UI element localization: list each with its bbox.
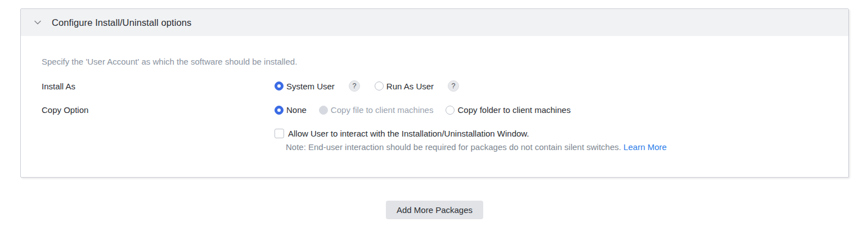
interaction-note: Note: End-user interaction should be req… (286, 142, 848, 152)
panel-title: Configure Install/Uninstall options (52, 17, 191, 28)
radio-option-copy-folder[interactable]: Copy folder to client machines (446, 105, 570, 115)
chevron-down-icon[interactable] (32, 17, 43, 28)
checkbox-unchecked-icon[interactable] (275, 129, 284, 138)
radio-selected-icon[interactable] (275, 81, 284, 90)
copy-option-label: Copy Option (42, 105, 275, 115)
install-as-controls: System User ? Run As User ? (275, 80, 459, 92)
page: Configure Install/Uninstall options Spec… (0, 0, 868, 219)
copy-option-controls: None Copy file to client machines Copy f… (275, 105, 570, 115)
radio-option-system-user[interactable]: System User (275, 81, 335, 91)
help-icon[interactable]: ? (349, 80, 360, 92)
radio-option-label: Copy folder to client machines (457, 105, 570, 115)
panel-header[interactable]: Configure Install/Uninstall options (21, 9, 848, 36)
radio-option-label: Copy file to client machines (331, 105, 434, 115)
radio-option-run-as-user[interactable]: Run As User (375, 81, 434, 91)
note-text: Note: End-user interaction should be req… (286, 142, 621, 152)
allow-user-interaction-checkbox[interactable]: Allow User to interact with the Installa… (275, 129, 848, 138)
learn-more-link[interactable]: Learn More (623, 142, 667, 152)
install-as-label: Install As (42, 81, 275, 91)
copy-option-row: Copy Option None Copy file to client mac… (42, 105, 848, 115)
radio-unselected-icon[interactable] (446, 106, 455, 115)
install-as-row: Install As System User ? Run As User ? (42, 80, 848, 92)
checkbox-label: Allow User to interact with the Installa… (288, 129, 529, 138)
radio-option-none[interactable]: None (275, 105, 307, 115)
radio-disabled-icon (319, 106, 328, 115)
radio-selected-icon[interactable] (275, 106, 284, 115)
help-icon[interactable]: ? (448, 80, 459, 92)
radio-unselected-icon[interactable] (375, 81, 384, 90)
footer: Add More Packages (20, 201, 849, 219)
description-text: Specify the 'User Account' as which the … (42, 56, 848, 67)
panel-body: Specify the 'User Account' as which the … (21, 56, 848, 152)
user-interaction-row: Allow User to interact with the Installa… (275, 129, 848, 138)
radio-option-copy-file: Copy file to client machines (319, 105, 434, 115)
radio-option-label: None (286, 105, 307, 115)
radio-option-label: Run As User (386, 81, 434, 91)
configure-options-panel: Configure Install/Uninstall options Spec… (20, 8, 849, 178)
radio-option-label: System User (286, 81, 335, 91)
add-more-packages-button[interactable]: Add More Packages (386, 201, 483, 219)
